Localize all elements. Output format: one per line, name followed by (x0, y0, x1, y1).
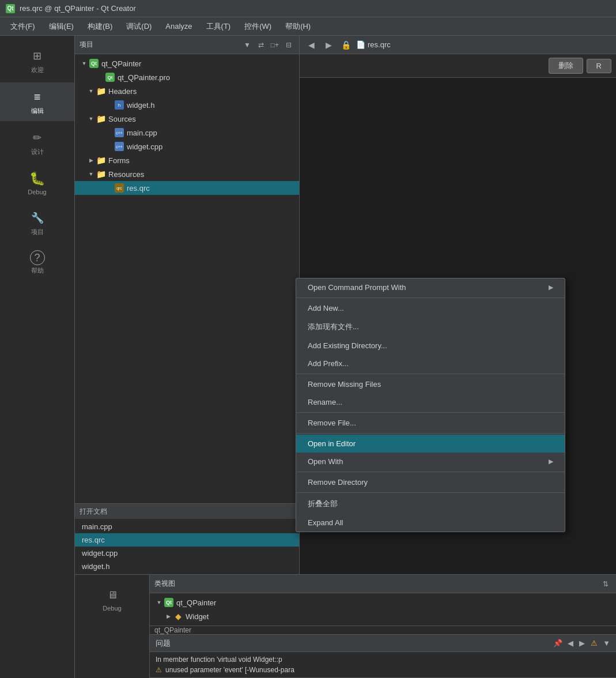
content-area: 项目 ▼ ⇄ □+ ⊟ ▼ Qt qt_QPainter (75, 36, 616, 678)
menu-help[interactable]: 帮助(H) (279, 19, 316, 34)
tree-main-cpp[interactable]: c++ main.cpp (75, 126, 299, 140)
tree-forms-folder[interactable]: ▶ 📁 Forms (75, 153, 299, 167)
project-icon: 🔧 (29, 209, 46, 227)
activity-help-label: 帮助 (31, 266, 44, 275)
panel-view-btn[interactable]: ⊟ (283, 39, 294, 51)
activity-editor[interactable]: ≡ 编辑 (0, 82, 74, 121)
h-file-icon: h (114, 100, 124, 110)
help-icon: ? (30, 250, 45, 265)
nav-back-btn[interactable]: ◀ (304, 38, 318, 52)
ctx-open-command-prompt[interactable]: Open Command Prompt With ▶ (296, 278, 565, 296)
class-tree-root[interactable]: ▼ Qt qt_QPainter (150, 596, 616, 609)
tree-root[interactable]: ▼ Qt qt_QPainter (75, 56, 299, 70)
activity-bar: ⊞ 欢迎 ≡ 编辑 ✏ 设计 🐛 Debug 🔧 项目 ? 帮助 (0, 36, 75, 678)
menu-controls[interactable]: 控件(W) (239, 19, 277, 34)
delete-button[interactable]: 删除 (549, 58, 583, 74)
bottom-debug-item[interactable]: 🖥 Debug (75, 581, 149, 617)
class-view: 类视图 ⇅ ▼ Qt qt_QPainter (150, 575, 616, 626)
ctx-add-existing-dir[interactable]: Add Existing Directory... (296, 337, 565, 355)
nav-forward-btn[interactable]: ▶ (322, 38, 335, 52)
activity-help[interactable]: ? 帮助 (0, 244, 74, 281)
doc-res-qrc[interactable]: res.qrc (75, 533, 299, 547)
panel-filter-btn[interactable]: ▼ (241, 39, 253, 51)
ctx-remove-missing[interactable]: Remove Missing Files (296, 375, 565, 393)
add-resource-button[interactable]: R (587, 59, 611, 73)
warning-filter-icon[interactable]: ⚠ (591, 639, 598, 647)
doc-widget-h[interactable]: widget.h (75, 560, 299, 573)
app-icon: Qt (6, 4, 15, 13)
tree-forms-label: Forms (108, 156, 130, 165)
menu-build[interactable]: 构建(B) (82, 19, 118, 34)
tree-arrow-forms: ▶ (86, 156, 96, 165)
ctx-add-existing-file[interactable]: 添加现有文件... (296, 317, 565, 337)
menu-tools[interactable]: 工具(T) (201, 19, 237, 34)
ctx-sep-1 (296, 374, 565, 374)
problems-filter-btn[interactable]: ▼ (603, 639, 610, 647)
problems-next-btn[interactable]: ▶ (579, 639, 585, 647)
activity-debug-label: Debug (28, 189, 46, 195)
nav-file-label: 📄 res.qrc (356, 40, 391, 49)
ctx-sep-4 (296, 472, 565, 472)
menu-debug[interactable]: 调试(D) (120, 19, 157, 34)
doc-main-cpp[interactable]: main.cpp (75, 520, 299, 533)
widget-cpp-icon: c++ (114, 141, 124, 152)
sources-folder-icon: 📁 (96, 114, 106, 124)
ctx-collapse-all[interactable]: 折叠全部 (296, 494, 565, 514)
menu-analyze[interactable]: Analyze (160, 20, 198, 33)
title-bar: Qt res.qrc @ qt_QPainter - Qt Creator (0, 0, 616, 17)
ctx-open-with[interactable]: Open With ▶ (296, 453, 565, 470)
activity-design[interactable]: ✏ 设计 (0, 123, 74, 162)
panel-add-btn[interactable]: □+ (269, 39, 281, 51)
class-view-sort-btn[interactable]: ⇅ (600, 578, 611, 590)
ctx-rename[interactable]: Rename... (296, 393, 565, 411)
tree-main-cpp-label: main.cpp (127, 129, 157, 137)
ctx-remove-dir[interactable]: Remove Directory (296, 473, 565, 491)
tree-headers-folder[interactable]: ▼ 📁 Headers (75, 84, 299, 98)
project-label-bar: qt_QPainter (150, 626, 616, 635)
tree-arrow-root: ▼ (80, 59, 89, 68)
lock-icon: 🔒 (341, 40, 351, 50)
tree-pro-file[interactable]: Qt qt_QPainter.pro (75, 70, 299, 84)
problems-panel: 问题 📌 ◀ ▶ ⚠ ▼ In member function 'virtual… (150, 635, 616, 677)
file-icon: 📄 (356, 40, 365, 49)
editor-nav: ◀ ▶ 🔒 📄 res.qrc (300, 36, 616, 54)
panel-sync-btn[interactable]: ⇄ (255, 39, 267, 51)
tree-res-qrc[interactable]: qrc res.qrc (75, 181, 299, 195)
tree-widget-h[interactable]: h widget.h (75, 98, 299, 112)
class-tree-widget[interactable]: ▶ ◆ Widget (150, 609, 616, 623)
open-documents-section: 打开文档 main.cpp res.qrc widget.cpp (75, 503, 299, 574)
problems-prev-btn[interactable]: ◀ (568, 639, 573, 647)
activity-project-label: 项目 (31, 228, 44, 236)
problems-pin-btn[interactable]: 📌 (553, 639, 562, 647)
activity-debug[interactable]: 🐛 Debug (0, 164, 74, 201)
activity-project[interactable]: 🔧 项目 (0, 204, 74, 242)
ctx-remove-file[interactable]: Remove File... (296, 414, 565, 432)
tree-arrow-sources: ▼ (86, 114, 96, 123)
submenu-arrow-0: ▶ (549, 284, 553, 291)
ctx-sep-3 (296, 433, 565, 434)
welcome-icon: ⊞ (29, 47, 46, 65)
ctx-sep-5 (296, 492, 565, 493)
resource-actions: 删除 R (300, 54, 616, 78)
ctx-open-in-editor[interactable]: Open in Editor (296, 435, 565, 453)
tree-widget-cpp-label: widget.cpp (127, 142, 162, 151)
menu-edit[interactable]: 编辑(E) (43, 19, 80, 34)
tree-widget-h-label: widget.h (127, 101, 154, 110)
doc-widget-cpp[interactable]: widget.cpp (75, 547, 299, 560)
nav-lock-btn[interactable]: 🔒 (339, 38, 353, 52)
resources-folder-icon: 📁 (96, 169, 106, 179)
tree-headers-label: Headers (108, 87, 137, 96)
class-widget-label: Widget (186, 612, 209, 621)
tree-resources-folder[interactable]: ▼ 📁 Resources (75, 167, 299, 181)
menu-file[interactable]: 文件(F) (5, 19, 41, 34)
ctx-expand-all[interactable]: Expand All (296, 514, 565, 532)
tree-widget-cpp[interactable]: c++ widget.cpp (75, 140, 299, 153)
open-docs-list: main.cpp res.qrc widget.cpp widget.h (75, 519, 299, 574)
ctx-add-prefix[interactable]: Add Prefix... (296, 355, 565, 372)
problems-content: In member function 'virtual void Widget:… (150, 652, 616, 677)
context-menu: Open Command Prompt With ▶ Add New... 添加… (296, 278, 565, 532)
panel-header: 项目 ▼ ⇄ □+ ⊟ (75, 36, 299, 54)
tree-sources-folder[interactable]: ▼ 📁 Sources (75, 112, 299, 126)
activity-welcome[interactable]: ⊞ 欢迎 (0, 42, 74, 80)
ctx-add-new[interactable]: Add New... (296, 299, 565, 317)
